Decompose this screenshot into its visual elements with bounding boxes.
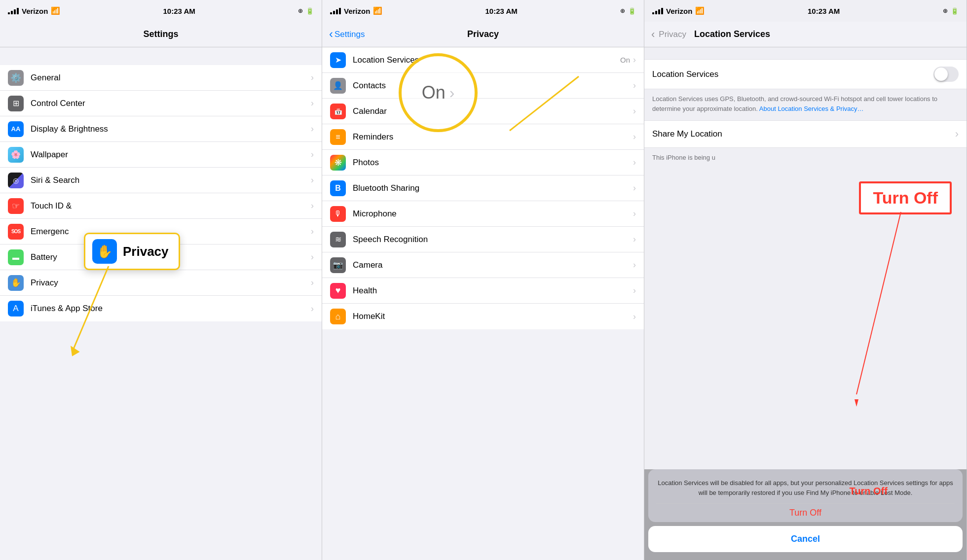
battery-icon-3: 🔋: [951, 7, 959, 15]
alert-cancel-button[interactable]: Cancel: [648, 526, 963, 552]
wallpaper-chevron: ›: [311, 149, 314, 160]
status-right-2: ⊕ 🔋: [620, 7, 636, 15]
microphone-icon: 🎙: [330, 206, 346, 222]
calendar-icon: 📅: [330, 104, 346, 119]
status-bar-1: Verizon 📶 10:23 AM ⊕ 🔋: [0, 0, 322, 22]
settings-item-touchid[interactable]: ☞ Touch ID & ›: [0, 193, 322, 219]
settings-item-itunes[interactable]: A iTunes & App Store ›: [0, 296, 322, 321]
speech-label: Speech Recognition: [353, 235, 633, 245]
emergency-icon: SOS: [8, 224, 24, 240]
settings-list: ⚙️ General › ⊞ Control Center › AA Displ…: [0, 47, 322, 560]
settings-item-control[interactable]: ⊞ Control Center ›: [0, 91, 322, 116]
circle-chevron: ›: [449, 84, 455, 102]
loc-nav-title: Location Services: [694, 29, 770, 39]
settings-nav-header: Settings: [0, 22, 322, 47]
privacy-callout-text: Privacy: [123, 244, 169, 259]
battery-chevron: ›: [311, 252, 314, 262]
signal-icon: [8, 8, 19, 14]
time-2: 10:23 AM: [485, 7, 518, 15]
signal-icon-3: [652, 8, 663, 14]
siri-icon: ◎: [8, 173, 24, 188]
privacy-item-calendar[interactable]: 📅 Calendar ›: [322, 99, 644, 124]
time-1: 10:23 AM: [163, 7, 195, 15]
carrier-2: Verizon: [344, 7, 370, 15]
microphone-chevron: ›: [633, 209, 636, 219]
bluetooth-label: Bluetooth Sharing: [353, 183, 633, 193]
itunes-label: iTunes & App Store: [31, 304, 311, 314]
display-label: Display & Brightness: [31, 124, 311, 134]
general-chevron: ›: [311, 72, 314, 83]
calendar-chevron: ›: [633, 106, 636, 116]
wifi-icon-3: 📶: [695, 6, 705, 15]
general-label: General: [31, 73, 311, 83]
loc-nav-header: ‹ Privacy Location Services: [644, 22, 967, 47]
settings-panel: Verizon 📶 10:23 AM ⊕ 🔋 Settings ⚙️ Gener…: [0, 0, 322, 560]
share-location-chevron: ›: [955, 128, 959, 140]
display-icon: AA: [8, 121, 24, 137]
share-description: This iPhone is being u: [644, 148, 967, 170]
privacy-item-speech[interactable]: ≋ Speech Recognition ›: [322, 227, 644, 252]
control-icon: ⊞: [8, 96, 24, 111]
homekit-label: HomeKit: [353, 312, 633, 321]
privacy-item-camera[interactable]: 📷 Camera ›: [322, 252, 644, 278]
reminders-icon: ≡: [330, 129, 346, 145]
wifi-icon-2: 📶: [373, 6, 382, 15]
privacy-item-homekit[interactable]: ⌂ HomeKit ›: [322, 304, 644, 329]
touchid-icon: ☞: [8, 198, 24, 214]
calendar-label: Calendar: [353, 106, 633, 116]
privacy-item-contacts[interactable]: 👤 Contacts ›: [322, 73, 644, 99]
privacy-item-microphone[interactable]: 🎙 Microphone ›: [322, 201, 644, 227]
privacy-panel: Verizon 📶 10:23 AM ⊕ 🔋 Settings Privacy …: [322, 0, 644, 560]
touchid-chevron: ›: [311, 201, 314, 211]
siri-chevron: ›: [311, 175, 314, 185]
carrier-3: Verizon: [666, 7, 692, 15]
alert-turn-off-button[interactable]: Turn Off: [656, 503, 955, 518]
homekit-icon: ⌂: [330, 309, 346, 324]
turn-off-annotation-text: Turn Off: [873, 188, 938, 207]
carrier-signal-2: Verizon 📶: [330, 6, 382, 15]
location-description: Location Services uses GPS, Bluetooth, a…: [644, 89, 967, 120]
privacy-item-location[interactable]: ➤ Location Services On ›: [322, 47, 644, 73]
settings-item-privacy[interactable]: ✋ Privacy ›: [0, 270, 322, 296]
privacy-list: ➤ Location Services On › 👤 Contacts › 📅 …: [322, 47, 644, 560]
location-icon: ➤: [330, 52, 346, 68]
alert-description-box: Location Services will be disabled for a…: [648, 469, 963, 522]
health-chevron: ›: [633, 285, 636, 296]
privacy-item-bluetooth[interactable]: B Bluetooth Sharing ›: [322, 175, 644, 201]
privacy-nav-back[interactable]: Settings: [329, 28, 365, 40]
back-label-3: Privacy: [659, 30, 686, 39]
reminders-label: Reminders: [353, 132, 633, 142]
privacy-item-photos[interactable]: ❋ Photos ›: [322, 150, 644, 175]
status-bar-3: Verizon 📶 10:23 AM ⊕ 🔋: [644, 0, 967, 22]
privacy-item-reminders[interactable]: ≡ Reminders ›: [322, 124, 644, 150]
share-my-location-row[interactable]: Share My Location ›: [644, 120, 967, 148]
status-right-1: ⊕ 🔋: [298, 7, 314, 15]
settings-item-wallpaper[interactable]: 🌸 Wallpaper ›: [0, 142, 322, 168]
location-services-panel: Verizon 📶 10:23 AM ⊕ 🔋 ‹ Privacy Locatio…: [644, 0, 967, 560]
back-label-2: Settings: [335, 30, 365, 39]
speech-chevron: ›: [633, 234, 636, 245]
about-link[interactable]: About Location Services & Privacy…: [759, 105, 864, 112]
location-services-toggle[interactable]: [933, 67, 959, 82]
settings-item-siri[interactable]: ◎ Siri & Search ›: [0, 168, 322, 193]
contacts-chevron: ›: [633, 80, 636, 91]
privacy-item-health[interactable]: ♥ Health ›: [322, 278, 644, 304]
settings-item-general[interactable]: ⚙️ General ›: [0, 65, 322, 91]
privacy-icon-small: ✋: [8, 275, 24, 291]
location-icon-2: ⊕: [620, 7, 625, 14]
siri-label: Siri & Search: [31, 175, 311, 185]
privacy-nav-header: Settings Privacy: [322, 22, 644, 47]
back-chevron-3: ‹: [651, 28, 655, 41]
camera-icon: 📷: [330, 257, 346, 273]
emergency-chevron: ›: [311, 226, 314, 237]
photos-icon: ❋: [330, 155, 346, 171]
reminders-chevron: ›: [633, 132, 636, 142]
settings-item-display[interactable]: AA Display & Brightness ›: [0, 116, 322, 142]
time-3: 10:23 AM: [808, 7, 840, 15]
signal-icon-2: [330, 8, 341, 14]
microphone-label: Microphone: [353, 209, 633, 219]
homekit-chevron: ›: [633, 312, 636, 322]
photos-chevron: ›: [633, 157, 636, 168]
privacy-callout: ✋ Privacy: [84, 233, 180, 270]
turn-off-label-arrow: Turn Off: [850, 486, 888, 497]
